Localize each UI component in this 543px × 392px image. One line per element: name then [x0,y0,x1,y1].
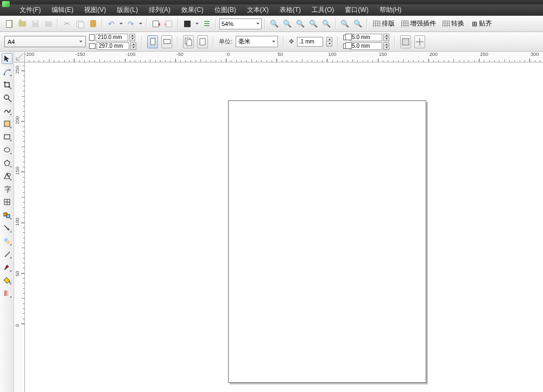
page-size-value: A4 [8,39,15,45]
page-height-input[interactable] [97,42,129,50]
apply-current-page-button[interactable] [197,35,208,48]
app-icon [184,21,191,27]
unit-select[interactable]: 毫米 [236,36,278,47]
landscape-icon [163,39,171,44]
menu-1[interactable]: 编辑(E) [46,4,79,16]
save-icon [32,21,39,27]
redo-icon: ↷ [128,20,134,28]
zoom-selected-icon: 🔍 [340,20,349,28]
dup-y-spinner[interactable] [383,42,389,50]
redo-dropdown[interactable] [138,18,143,30]
zoom-in-button[interactable]: 🔍 [268,18,280,30]
apply-all-pages-button[interactable] [183,35,194,48]
portrait-button[interactable] [147,35,158,48]
separator [213,36,214,47]
app-launcher-button[interactable] [181,18,193,30]
separator [102,18,103,29]
menu-8[interactable]: 表格(T) [274,4,306,16]
zoom-width-button[interactable]: 🔍 [320,18,332,30]
chevron-down-icon [195,23,199,24]
open-button[interactable] [16,18,28,30]
menu-3[interactable]: 版面(L) [111,4,143,16]
separator [216,18,217,29]
standard-toolbar: ✂ ↶ ↷ ☰ 54% 🔍 🔍 🔍 🔍 🔍 🔍 🔍 排版 增强插件 转换 ⊞贴齐 [0,16,543,32]
chevron-down-icon [139,23,142,24]
zoom-fit-icon: 🔍 [296,20,305,28]
new-button[interactable] [3,18,15,30]
zoom-level-select[interactable]: 54% [219,18,262,29]
zoom-fit-button[interactable]: 🔍 [294,18,306,30]
paste-button[interactable] [87,18,99,30]
cut-icon: ✂ [64,20,70,28]
app-launcher-dropdown[interactable] [194,18,200,30]
chevron-down-icon [119,23,123,24]
menu-11[interactable]: 帮助(H) [374,4,407,16]
redo-button[interactable]: ↷ [125,18,137,30]
treat-as-filled-button[interactable] [400,35,411,48]
nudge-spinner[interactable] [326,37,332,47]
page-width-input[interactable] [96,34,128,41]
separator [394,36,395,47]
height-spinner[interactable] [130,42,136,50]
zoom-selected-button[interactable]: 🔍 [339,18,351,30]
undo-button[interactable]: ↶ [105,18,117,30]
dup-x-icon [343,35,349,40]
zoom-page-button[interactable]: 🔍 [307,18,319,30]
zoom-all-button[interactable]: 🔍 [352,18,364,30]
menu-9[interactable]: 工具(O) [306,4,339,16]
menu-0[interactable]: 文件(F) [14,4,46,16]
enhance-plugin-button[interactable]: 增强插件 [399,18,439,30]
page-width-icon [89,34,94,41]
import-icon [153,21,159,27]
zoom-value: 54% [222,21,233,27]
landscape-button[interactable] [161,35,172,48]
separator [367,18,368,29]
save-button[interactable] [29,18,41,30]
print-button[interactable] [42,18,54,30]
undo-dropdown[interactable] [118,18,124,30]
zoom-out-button[interactable]: 🔍 [281,18,293,30]
snap-icon: ⊞ [471,21,478,27]
menu-bar: 文件(F)编辑(E)视图(V)版面(L)排列(A)效果(C)位图(B)文本(X)… [0,4,543,16]
guidelines-button[interactable] [414,35,425,48]
unit-value: 毫米 [238,37,250,46]
menu-6[interactable]: 位图(B) [209,4,242,16]
convert-icon [443,21,450,27]
dup-x-input[interactable] [350,34,382,41]
duplicate-offset [343,34,389,50]
width-spinner[interactable] [129,34,135,41]
dup-x-spinner[interactable] [383,34,389,41]
menu-5[interactable]: 效果(C) [176,4,209,16]
snap-button[interactable]: ⊞贴齐 [468,18,495,30]
menu-7[interactable]: 文本(X) [242,4,274,16]
open-folder-icon [18,21,26,27]
convert-button[interactable]: 转换 [440,18,467,30]
page-size-select[interactable]: A4 [4,36,86,47]
dup-y-icon [343,43,349,49]
separator [141,36,142,47]
import-button[interactable] [150,18,162,30]
separator [57,18,58,29]
layout-button[interactable]: 排版 [370,18,397,30]
nudge-icon: ✥ [289,38,294,45]
plugin-icon [401,21,409,27]
new-icon [6,20,12,28]
snap-label: 贴齐 [479,19,492,28]
cut-button[interactable]: ✂ [61,18,73,30]
dup-y-input[interactable] [350,42,382,50]
copy-button[interactable] [74,18,86,30]
page-dimensions [89,34,136,50]
menu-4[interactable]: 排列(A) [143,4,176,16]
export-button[interactable] [163,18,175,30]
menu-10[interactable]: 窗口(W) [339,4,374,16]
convert-label: 转换 [451,19,464,28]
layout-label: 排版 [382,19,395,28]
chevron-down-icon [256,23,260,24]
zoom-out-icon: 🔍 [283,20,292,28]
nudge-distance-input[interactable] [297,37,323,47]
separator [177,36,178,47]
welcome-button[interactable]: ☰ [201,18,213,30]
menu-2[interactable]: 视图(V) [79,4,111,16]
layout-icon [373,21,381,27]
zoom-width-icon: 🔍 [322,20,331,28]
